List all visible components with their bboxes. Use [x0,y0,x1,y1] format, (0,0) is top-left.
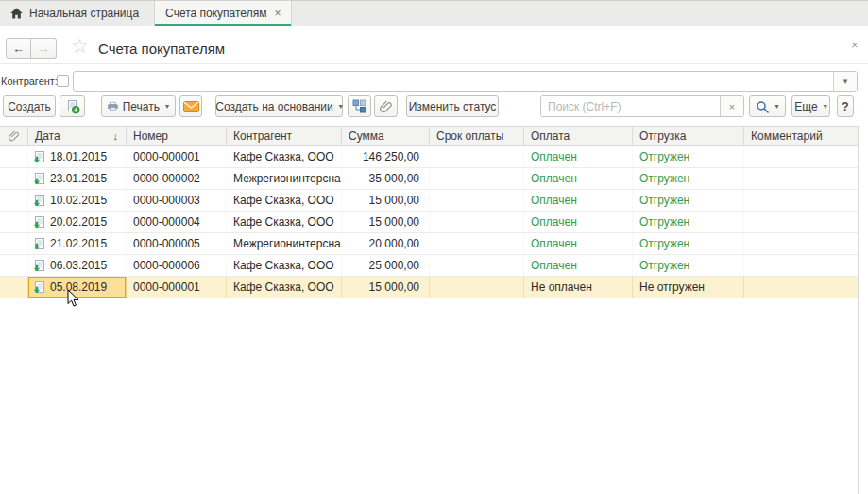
cell-date[interactable]: 06.03.2015 [28,255,127,276]
column-header-due-date[interactable]: Срок оплаты [430,127,524,145]
cell-shipment[interactable]: Отгружен [633,146,744,167]
cell-due[interactable] [430,168,524,189]
cell-comment[interactable] [744,212,858,232]
table-row[interactable]: 06.03.20150000-000006Кафе Сказка, ООО25 … [0,255,858,277]
change-status-button[interactable]: Изменить статус [406,95,499,117]
search-input[interactable] [541,96,720,116]
counterparty-filter-input[interactable] [74,72,833,91]
cell-shipment[interactable]: Не отгружен [633,277,744,298]
send-email-button[interactable] [179,95,202,117]
cell-payment[interactable]: Оплачен [524,255,633,276]
cell-counterparty[interactable]: Межрегионинтерсна... [227,168,342,189]
column-header-comment[interactable]: Комментарий [744,127,858,145]
cell-counterparty[interactable]: Кафе Сказка, ООО [227,255,342,276]
column-header-attachments[interactable] [0,127,28,145]
cell-due[interactable] [430,233,524,254]
cell-number[interactable]: 0000-000005 [127,233,227,254]
cell-date[interactable]: 20.02.2015 [28,212,127,232]
cell-date[interactable]: 10.02.2015 [28,190,127,211]
cell-payment[interactable]: Оплачен [524,168,633,189]
help-button[interactable]: ? [837,95,854,117]
counterparty-filter-checkbox[interactable] [57,75,69,87]
cell-shipment[interactable]: Отгружен [633,168,744,189]
cell-attach[interactable] [0,255,28,276]
print-button[interactable]: Печать ▾ [101,95,176,117]
cell-number[interactable]: 0000-000003 [127,190,227,211]
table-row[interactable]: 20.02.20150000-000004Кафе Сказка, ООО15 … [0,212,858,233]
cell-comment[interactable] [744,168,858,189]
cell-comment[interactable] [744,233,858,254]
cell-date[interactable]: 18.01.2015 [28,146,127,167]
cell-due[interactable] [430,277,524,298]
back-button[interactable]: ← [6,38,31,59]
cell-counterparty[interactable]: Кафе Сказка, ООО [227,190,342,211]
cell-amount[interactable]: 35 000,00 [342,168,430,189]
cell-comment[interactable] [744,255,858,276]
cell-shipment[interactable]: Отгружен [633,212,744,232]
cell-amount[interactable]: 20 000,00 [342,233,430,254]
cell-shipment[interactable]: Отгружен [633,255,744,276]
create-based-on-button[interactable]: Создать на основании ▾ [215,95,343,117]
tab-close-icon[interactable]: × [274,8,281,19]
column-header-counterparty[interactable]: Контрагент [227,127,342,145]
more-button[interactable]: Еще ▾ [791,95,830,117]
cell-amount[interactable]: 15 000,00 [342,190,430,211]
cell-number[interactable]: 0000-000004 [127,212,227,232]
column-header-number[interactable]: Номер [127,127,227,145]
cell-payment[interactable]: Оплачен [524,146,633,167]
cell-shipment[interactable]: Отгружен [633,233,744,254]
table-row[interactable]: 10.02.20150000-000003Кафе Сказка, ООО15 … [0,190,858,212]
search-options-button[interactable]: ▾ [749,95,786,117]
cell-payment[interactable]: Не оплачен [524,277,633,298]
cell-due[interactable] [430,146,524,167]
cell-number[interactable]: 0000-000002 [127,168,227,189]
cell-due[interactable] [430,190,524,211]
cell-attach[interactable] [0,233,28,254]
create-button[interactable]: Создать [3,95,56,117]
cell-counterparty[interactable]: Кафе Сказка, ООО [227,277,342,298]
column-header-shipment[interactable]: Отгрузка [633,127,744,145]
cell-number[interactable]: 0000-000001 [127,277,227,298]
cell-attach[interactable] [0,212,28,232]
cell-number[interactable]: 0000-000001 [127,146,227,167]
cell-date[interactable]: 23.01.2015 [28,168,127,189]
cell-attach[interactable] [0,168,28,189]
cell-counterparty[interactable]: Межрегионинтерсна... [227,233,342,254]
cell-number[interactable]: 0000-000006 [127,255,227,276]
cell-payment[interactable]: Оплачен [524,233,633,254]
copy-document-button[interactable] [60,95,85,117]
column-header-payment[interactable]: Оплата [524,127,633,145]
cell-amount[interactable]: 25 000,00 [342,255,430,276]
tab-home[interactable]: Начальная страница [0,1,149,26]
counterparty-dropdown-button[interactable]: ▾ [833,72,857,91]
cell-comment[interactable] [744,190,858,211]
table-row[interactable]: 23.01.20150000-000002Межрегионинтерсна..… [0,168,858,190]
cell-payment[interactable]: Оплачен [524,190,633,211]
cell-counterparty[interactable]: Кафе Сказка, ООО [227,146,342,167]
tab-invoices[interactable]: Счета покупателям × [154,1,292,26]
cell-due[interactable] [430,212,524,232]
cell-attach[interactable] [0,190,28,211]
search-clear-button[interactable]: × [720,96,743,116]
cell-comment[interactable] [744,146,858,167]
cell-comment[interactable] [744,277,858,298]
cell-attach[interactable] [0,146,28,167]
table-row[interactable]: 05.08.20190000-000001Кафе Сказка, ООО15 … [0,277,858,298]
favorites-star-icon[interactable]: ☆ [71,35,89,58]
cell-date[interactable]: 21.02.2015 [28,233,127,254]
form-close-icon[interactable]: × [851,38,859,52]
column-header-amount[interactable]: Сумма [342,127,430,145]
cell-amount[interactable]: 146 250,00 [342,146,430,167]
table-row[interactable]: 18.01.20150000-000001Кафе Сказка, ООО146… [0,146,858,168]
cell-amount[interactable]: 15 000,00 [342,277,430,298]
cell-counterparty[interactable]: Кафе Сказка, ООО [227,212,342,232]
forward-button[interactable]: → [31,38,57,59]
cell-amount[interactable]: 15 000,00 [342,212,430,232]
table-row[interactable]: 21.02.20150000-000005Межрегионинтерсна..… [0,233,858,255]
linked-documents-button[interactable] [348,95,371,117]
cell-due[interactable] [430,255,524,276]
cell-attach[interactable] [0,277,28,298]
column-header-date[interactable]: Дата ↓ [28,127,127,145]
cell-shipment[interactable]: Отгружен [633,190,744,211]
attachments-button[interactable] [374,95,398,117]
